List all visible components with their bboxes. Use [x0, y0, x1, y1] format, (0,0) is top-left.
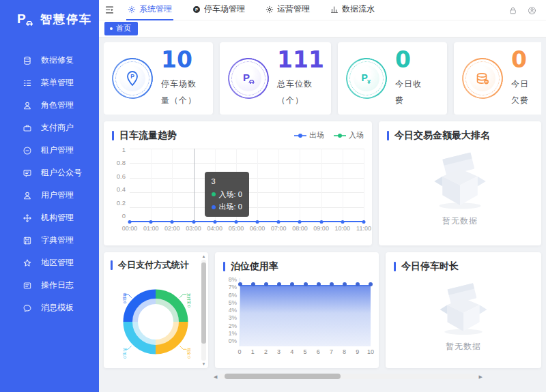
- scroll-left-icon[interactable]: ◀: [214, 374, 217, 379]
- user-avatar-icon[interactable]: [528, 5, 536, 14]
- svg-text:微信:0: 微信:0: [121, 293, 126, 304]
- duration-card-title: 今日停车时长: [401, 260, 459, 273]
- sidebar-item-8[interactable]: 机构管理: [0, 207, 99, 229]
- chart-tooltip: 3入场: 0出场: 0: [205, 172, 249, 217]
- top-navbar: 系统管理P停车场管理运营管理数据流水: [99, 0, 546, 20]
- stat-cards-row: P 10 停车场数 量（个） P 111 总车位数 （个） P¥ 0 今日收 费: [104, 42, 541, 115]
- stat-label: 停车场数 量（个）: [161, 76, 197, 108]
- data-point: [369, 282, 373, 286]
- stat-label: 今日 欠费: [511, 76, 529, 108]
- breadcrumb-home-label: 首页: [116, 23, 131, 33]
- tab-2[interactable]: P停车场管理: [191, 0, 246, 20]
- top-tabs: 系统管理P停车场管理运营管理数据流水: [126, 0, 376, 20]
- data-point: [251, 282, 255, 286]
- scrollbar-track[interactable]: [219, 374, 476, 379]
- flow-chart-title: 日车流量趋势: [119, 130, 177, 142]
- sidebar-item-5[interactable]: 租户管理: [0, 139, 99, 162]
- tenant-circle-icon: [23, 146, 32, 155]
- stat-card-1: P 10 停车场数 量（个）: [104, 42, 213, 115]
- tab-1[interactable]: 系统管理: [126, 0, 173, 20]
- occupancy-chart-plot[interactable]: [240, 278, 371, 346]
- title-accent-bar: [111, 260, 113, 270]
- tab-label: 运营管理: [277, 3, 310, 15]
- move-cross-icon: [23, 213, 32, 223]
- sidebar-item-label: 角色管理: [41, 100, 74, 111]
- sidebar-item-9[interactable]: 字典管理: [0, 229, 99, 252]
- data-point: [238, 282, 242, 286]
- svg-text:现金:0: 现金:0: [186, 348, 191, 359]
- p-yen-icon: P¥: [346, 58, 387, 99]
- stat-label: 今日收 费: [395, 76, 422, 108]
- sidebar-item-label: 数据修复: [41, 55, 74, 66]
- scrollbar-thumb[interactable]: [201, 262, 206, 343]
- brand-logo[interactable]: P 智慧停车: [0, 0, 99, 38]
- sidebar-item-label: 租户公众号: [41, 167, 82, 179]
- empty-box-illustration: [428, 281, 499, 338]
- sidebar-item-12[interactable]: 消息模板: [0, 297, 99, 319]
- card-title: 泊位使用率: [223, 260, 371, 273]
- scroll-down-icon[interactable]: ▼: [202, 362, 206, 366]
- data-point: [356, 282, 360, 286]
- legend-item-出场[interactable]: 出场: [294, 130, 324, 140]
- tab-3[interactable]: 运营管理: [264, 0, 311, 20]
- message-bubble-icon: [23, 303, 32, 313]
- data-point: [330, 282, 334, 286]
- stat-value: 0: [511, 48, 529, 71]
- tab-4[interactable]: 数据流水: [329, 0, 376, 20]
- horizontal-scrollbar: ◀ ▶: [214, 373, 483, 380]
- title-accent-bar: [223, 262, 225, 271]
- sidebar-menu: 数据修复菜单管理角色管理支付商户租户管理租户公众号用户管理机构管理字典管理地区管…: [0, 38, 99, 319]
- flow-chart-plot[interactable]: 3入场: 0出场: 0: [130, 149, 364, 222]
- log-doc-icon: [23, 281, 32, 290]
- sidebar: P 智慧停车 数据修复菜单管理角色管理支付商户租户管理租户公众号用户管理机构管理…: [0, 0, 99, 392]
- sidebar-item-6[interactable]: 租户公众号: [0, 162, 99, 184]
- sidebar-item-2[interactable]: 菜单管理: [0, 72, 99, 94]
- main-content: P 10 停车场数 量（个） P 111 总车位数 （个） P¥ 0 今日收 费: [99, 37, 546, 392]
- data-point: [317, 282, 321, 286]
- card-title: 今日停车时长: [394, 260, 533, 273]
- sidebar-item-label: 消息模板: [41, 302, 74, 314]
- user-icon: [23, 101, 32, 110]
- lock-icon[interactable]: [508, 5, 517, 14]
- scroll-right-icon[interactable]: ▶: [479, 374, 483, 379]
- payment-donut-chart[interactable]: 支付宝:0现金:0其他:0微信:0: [111, 273, 201, 370]
- hamburger-fold-icon[interactable]: [99, 5, 119, 15]
- svg-text:支付宝:0: 支付宝:0: [186, 293, 191, 307]
- x-axis-labels: 00:0001:0002:0003:0004:0005:0006:0007:00…: [130, 222, 364, 233]
- menu-list-icon: [23, 78, 32, 88]
- sidebar-item-label: 菜单管理: [41, 77, 74, 89]
- sidebar-item-3[interactable]: 角色管理: [0, 94, 99, 117]
- area-series: [240, 285, 371, 346]
- star-icon: [23, 258, 32, 268]
- sidebar-item-7[interactable]: 用户管理: [0, 184, 99, 207]
- sidebar-item-10[interactable]: 地区管理: [0, 252, 99, 274]
- series-dot-icon: [212, 192, 216, 196]
- stat-card-3: P¥ 0 今日收 费: [338, 42, 447, 115]
- legend-item-入场[interactable]: 入场: [334, 130, 364, 140]
- legend-marker-icon: [334, 133, 346, 138]
- parking-car-icon: P: [16, 11, 34, 27]
- sidebar-item-11[interactable]: 操作日志: [0, 274, 99, 297]
- breadcrumb-home-chip[interactable]: 首页: [104, 22, 138, 35]
- payment-method-chart-card: 今日支付方式统计 支付宝:0现金:0其他:0微信:0 ▲ ▼: [104, 252, 208, 368]
- top-amount-rank-card: 今日交易金额最大排名 暂无数据: [379, 121, 541, 245]
- tab-label: 停车场管理: [204, 3, 245, 15]
- scrollbar-thumb[interactable]: [225, 374, 341, 379]
- sidebar-item-label: 操作日志: [41, 280, 74, 291]
- sidebar-item-1[interactable]: 数据修复: [0, 49, 99, 72]
- empty-state: 暂无数据: [394, 281, 533, 352]
- tooltip-row: 出场: 0: [212, 200, 242, 213]
- p-car-icon: P: [228, 58, 269, 99]
- coins-icon: [462, 58, 503, 99]
- empty-text: 暂无数据: [446, 341, 481, 352]
- sidebar-item-4[interactable]: 支付商户: [0, 117, 99, 139]
- data-point: [343, 282, 347, 286]
- empty-box-illustration: [420, 150, 500, 213]
- tooltip-title: 3: [212, 175, 242, 188]
- scroll-up-icon[interactable]: ▲: [202, 254, 206, 258]
- scrollbar-track[interactable]: [201, 260, 206, 361]
- dot-icon: [110, 27, 113, 30]
- user-icon: [23, 191, 32, 200]
- data-point: [264, 282, 268, 286]
- svg-text:P: P: [243, 72, 250, 83]
